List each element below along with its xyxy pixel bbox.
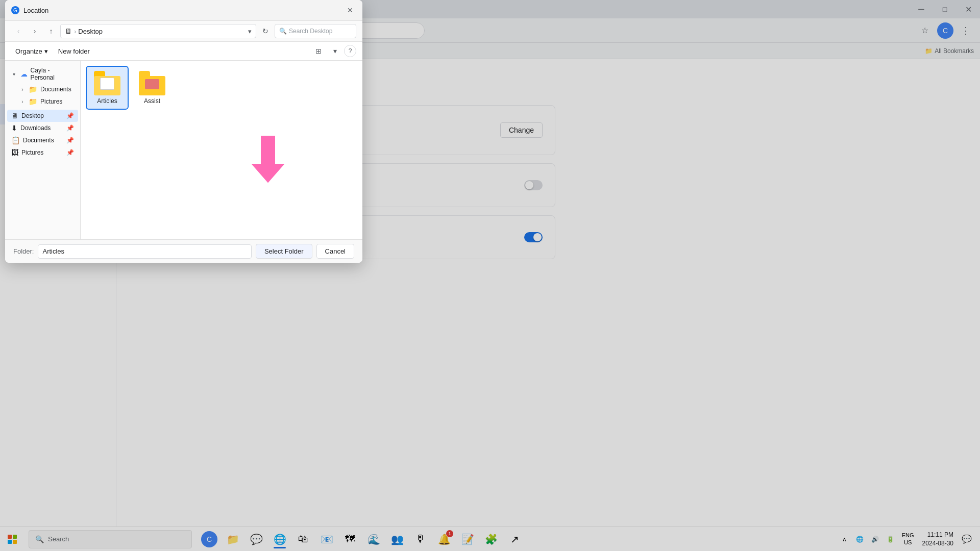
search-icon: 🔍 <box>279 28 287 35</box>
view-options-button[interactable]: ⊞ <box>311 44 326 58</box>
dialog-refresh-button[interactable]: ↻ <box>258 24 273 38</box>
expand-icon: ▾ <box>11 71 17 77</box>
pinned-icon: 📌 <box>66 149 74 156</box>
cloud-icon: ☁ <box>20 70 28 78</box>
sidebar-documents-cayla[interactable]: › 📁 Documents <box>7 83 78 95</box>
doc-icon: 📋 <box>11 136 20 144</box>
assist-label: Assist <box>144 97 160 105</box>
sidebar-desktop[interactable]: 🖥 Desktop 📌 <box>7 110 78 122</box>
path-dropdown[interactable]: ▾ <box>248 28 252 35</box>
file-dialog: G Location ✕ ‹ › ↑ 🖥 › Desktop ▾ ↻ 🔍 Sea… <box>5 0 362 263</box>
dialog-overlay[interactable]: G Location ✕ ‹ › ↑ 🖥 › Desktop ▾ ↻ 🔍 Sea… <box>0 0 980 551</box>
view-dropdown-button[interactable]: ▾ <box>328 44 342 58</box>
dialog-up-button[interactable]: ↑ <box>44 24 58 38</box>
documents-label: Documents <box>40 86 71 93</box>
sidebar-documents[interactable]: 📋 Documents 📌 <box>7 134 78 146</box>
pinned-icon: 📌 <box>66 137 74 144</box>
help-button[interactable]: ? <box>344 45 356 57</box>
cayla-personal-label: Cayla - Personal <box>31 67 74 81</box>
dialog-sidebar: ▾ ☁ Cayla - Personal › 📁 Documents › 📁 P… <box>5 61 81 239</box>
dialog-title-text: Location <box>23 7 340 14</box>
dialog-search-box[interactable]: 🔍 Search Desktop <box>275 24 356 38</box>
assist-folder-icon <box>139 71 165 95</box>
dialog-files-area: Articles Assist <box>81 61 362 239</box>
expand-icon: › <box>19 98 26 105</box>
pictures2-label: Pictures <box>21 149 43 156</box>
file-item-articles[interactable]: Articles <box>87 67 128 109</box>
pinned-icon: 📌 <box>66 124 74 132</box>
sidebar-downloads[interactable]: ⬇ Downloads 📌 <box>7 122 78 134</box>
cancel-button[interactable]: Cancel <box>316 244 354 259</box>
dialog-footer: Folder: Select Folder Cancel <box>5 239 362 263</box>
desktop-label: Desktop <box>21 112 44 119</box>
select-folder-button[interactable]: Select Folder <box>256 244 312 259</box>
documents2-label: Documents <box>23 137 54 144</box>
sidebar-cayla-personal[interactable]: ▾ ☁ Cayla - Personal <box>7 65 78 83</box>
organize-dropdown-icon: ▾ <box>44 47 48 55</box>
dialog-title-icon: G <box>11 6 19 14</box>
dialog-organize-toolbar: Organize ▾ New folder ⊞ ▾ ? <box>5 42 362 61</box>
path-separator: › <box>74 28 76 35</box>
dialog-nav-toolbar: ‹ › ↑ 🖥 › Desktop ▾ ↻ 🔍 Search Desktop <box>5 21 362 42</box>
folder-label: Folder: <box>13 247 34 255</box>
downloads-label: Downloads <box>20 124 51 132</box>
sidebar-pictures[interactable]: 🖼 Pictures 📌 <box>7 146 78 159</box>
dialog-forward-button[interactable]: › <box>28 24 42 38</box>
sidebar-pictures-cayla[interactable]: › 📁 Pictures <box>7 95 78 108</box>
articles-label: Articles <box>97 97 117 105</box>
new-folder-button[interactable]: New folder <box>54 45 94 57</box>
path-current: Desktop <box>78 28 103 35</box>
pinned-icon: 📌 <box>66 112 74 119</box>
expand-icon: › <box>19 86 26 92</box>
dialog-body: ▾ ☁ Cayla - Personal › 📁 Documents › 📁 P… <box>5 61 362 239</box>
dialog-close-button[interactable]: ✕ <box>344 4 356 16</box>
organize-button[interactable]: Organize ▾ <box>11 45 52 57</box>
downloads-icon: ⬇ <box>11 124 17 132</box>
pictures-folder-icon: 📁 <box>29 97 37 106</box>
folder-icon: 📁 <box>29 85 37 93</box>
desktop-path-icon: 🖥 <box>65 27 72 35</box>
pic-icon: 🖼 <box>11 148 18 157</box>
folder-input[interactable] <box>38 244 251 259</box>
desktop-icon: 🖥 <box>11 112 18 120</box>
pictures-label: Pictures <box>40 98 62 105</box>
file-item-assist[interactable]: Assist <box>132 67 173 109</box>
articles-folder-icon <box>94 71 120 95</box>
dialog-back-button[interactable]: ‹ <box>11 24 26 38</box>
dialog-titlebar: G Location ✕ <box>5 0 362 21</box>
dialog-path-bar[interactable]: 🖥 › Desktop ▾ <box>60 24 256 38</box>
